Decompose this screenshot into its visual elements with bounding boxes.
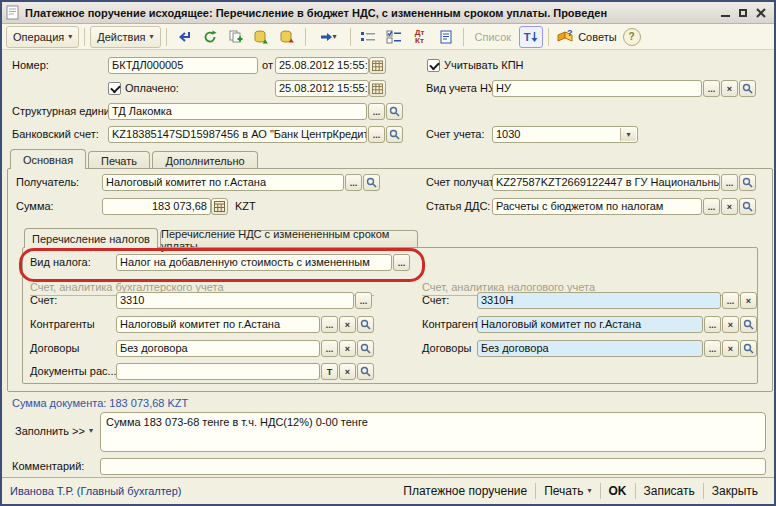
advice-button[interactable]: Советы [578, 31, 616, 43]
choose-button[interactable]: ... [321, 340, 338, 357]
search-icon[interactable] [739, 198, 756, 215]
report-icon[interactable] [434, 26, 458, 48]
check-list-icon[interactable] [382, 26, 406, 48]
close-button[interactable]: Закрыть [704, 484, 766, 498]
choose-button[interactable]: ... [368, 126, 385, 143]
paid-date-field[interactable]: 25.08.2012 15:55:41 [275, 80, 369, 97]
payment-purpose-field[interactable]: Сумма 183 073-68 тенге в т.ч. НДС(12%) 0… [100, 412, 766, 452]
choose-button[interactable]: ... [704, 340, 721, 357]
choose-button[interactable]: ... [704, 316, 721, 333]
post-document-icon[interactable] [250, 26, 274, 48]
bu-counterparty-field[interactable]: Налоговый комитет по г.Астана [116, 316, 320, 333]
choose-button[interactable]: ... [722, 292, 739, 309]
maximize-icon[interactable] [734, 5, 752, 20]
choose-button[interactable]: ... [368, 103, 385, 120]
amount-field[interactable]: 183 073,68 [102, 198, 211, 215]
save-button[interactable]: Записать [636, 484, 703, 498]
clear-button[interactable]: × [721, 198, 738, 215]
choose-button[interactable]: ... [321, 316, 338, 333]
print-button[interactable]: Печать▾ [536, 484, 599, 498]
clear-button[interactable]: × [721, 80, 738, 97]
account-label: Счет учета: [426, 126, 484, 143]
choose-button[interactable]: ... [703, 198, 720, 215]
nu-contract-field[interactable]: Без договора [477, 340, 703, 357]
tab-tax-transfer[interactable]: Перечисление налогов [24, 228, 158, 248]
choose-button[interactable]: ... [355, 292, 372, 309]
window-title: Платежное поручение исходящее: Перечисле… [25, 7, 716, 19]
number-field[interactable]: БКТДЛ000005 [108, 57, 258, 74]
close-icon[interactable] [752, 5, 770, 20]
fill-button[interactable]: Заполнить >>▾ [10, 420, 98, 442]
minimize-icon[interactable] [716, 5, 734, 20]
search-icon[interactable] [357, 340, 374, 357]
tax-kind-label: Вид налога: [30, 254, 91, 271]
payment-order-button[interactable]: Платежное поручение [395, 484, 535, 498]
search-icon[interactable] [739, 174, 756, 191]
choose-button[interactable]: ... [721, 174, 738, 191]
dds-item-field[interactable]: Расчеты с бюджетом по налогам [492, 198, 702, 215]
document-movements-icon[interactable] [356, 26, 380, 48]
choose-button[interactable]: ... [345, 174, 362, 191]
tab-vat-transfer[interactable]: Перечисление НДС с изменененным сроком у… [160, 230, 418, 248]
clear-button[interactable]: × [339, 340, 356, 357]
search-icon[interactable] [357, 363, 374, 380]
tax-kind-field[interactable]: Налог на добавленную стоимость с изменен… [116, 254, 392, 271]
search-icon[interactable] [363, 174, 380, 191]
paid-checkbox[interactable] [108, 82, 121, 95]
clear-button[interactable]: × [339, 316, 356, 333]
bu-contract-field[interactable]: Без договора [116, 340, 320, 357]
tab-print[interactable]: Печать [88, 151, 150, 169]
chevron-down-icon[interactable]: ▾ [620, 128, 636, 141]
recipient-field[interactable]: Налоговый комитет по г.Астана [102, 174, 344, 191]
comment-label: Комментарий: [12, 458, 84, 475]
clear-button[interactable]: × [722, 340, 739, 357]
title-bar: Платежное поручение исходящее: Перечисле… [2, 2, 774, 24]
choose-button[interactable]: ... [703, 80, 720, 97]
nu-counterparty-field[interactable]: Налоговый комитет по г.Астана [477, 316, 703, 333]
comment-field[interactable] [100, 458, 766, 475]
search-icon[interactable] [386, 126, 403, 143]
dds-item-label: Статья ДДС: [426, 198, 490, 215]
clear-button[interactable]: × [740, 292, 757, 309]
advice-icon[interactable]: ? [554, 26, 576, 48]
ok-button[interactable]: OK [601, 484, 635, 498]
structural-unit-field[interactable]: ТД Лакомка [108, 103, 367, 120]
filter-settings-icon[interactable]: Т [519, 26, 543, 48]
actions-menu-button[interactable]: Действия▾ [90, 26, 160, 48]
choose-button[interactable]: ... [393, 254, 410, 271]
nu-account-field[interactable]: 3310Н [477, 292, 721, 309]
refresh-icon[interactable] [198, 26, 222, 48]
nu-kind-field[interactable]: НУ [492, 80, 702, 97]
bank-account-field[interactable]: KZ18385147SD15987456 в АО "Банк ЦентрКре… [108, 126, 367, 143]
chevron-down-icon: ▾ [333, 33, 337, 41]
search-icon[interactable] [740, 316, 757, 333]
nu-account-label: Счет: [422, 292, 449, 309]
clear-button[interactable]: × [339, 363, 356, 380]
help-icon[interactable]: ? [623, 28, 641, 46]
bu-settlement-docs-field[interactable] [116, 363, 320, 380]
cancel-posting-icon[interactable] [276, 26, 300, 48]
chevron-down-icon: ▾ [68, 33, 72, 41]
calculator-icon[interactable] [211, 198, 228, 215]
search-icon[interactable] [739, 80, 756, 97]
tab-main[interactable]: Основная [10, 149, 86, 169]
search-icon[interactable] [740, 340, 757, 357]
search-icon[interactable] [357, 316, 374, 333]
go-to-icon[interactable]: ▾ [311, 26, 345, 48]
calendar-icon[interactable] [369, 80, 386, 97]
text-type-button[interactable]: T [321, 363, 338, 380]
clear-button[interactable]: × [722, 316, 739, 333]
list-button[interactable]: Список [469, 31, 518, 43]
kpn-checkbox[interactable] [427, 59, 440, 72]
copy-document-icon[interactable] [224, 26, 248, 48]
bu-account-field[interactable]: 3310 [116, 292, 354, 309]
date-field[interactable]: 25.08.2012 15:55:41 [275, 57, 369, 74]
dt-kt-icon[interactable]: ДтКт [408, 26, 432, 48]
tab-extra[interactable]: Дополнительно [152, 151, 258, 169]
account-combo[interactable]: 1030▾ [492, 126, 638, 143]
search-icon[interactable] [386, 103, 403, 120]
reread-icon[interactable] [172, 26, 196, 48]
calendar-icon[interactable] [369, 57, 386, 74]
operation-menu-button[interactable]: Операция▾ [6, 26, 79, 48]
recipient-account-field[interactable]: KZ27587KZT2669122447 в ГУ Национальный Б… [492, 174, 720, 191]
